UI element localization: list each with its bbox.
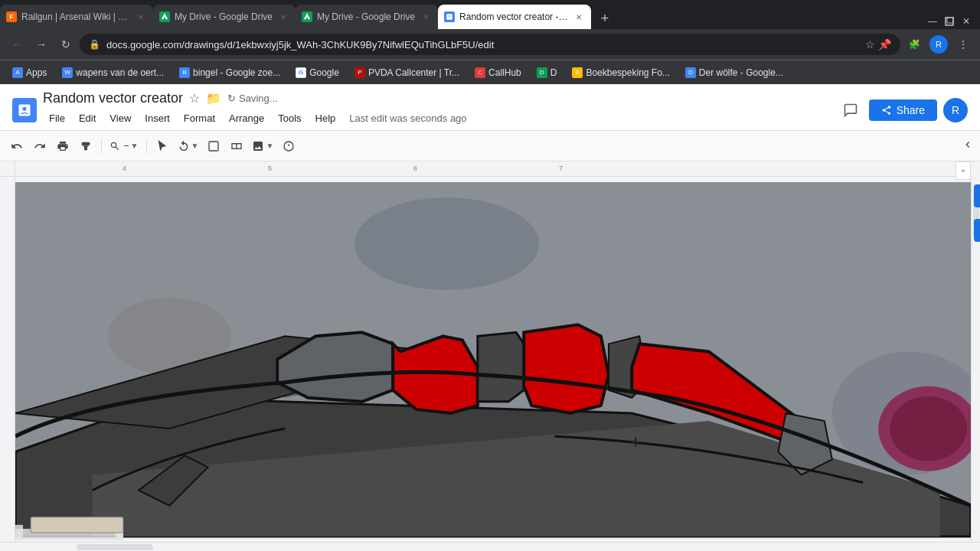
svg-rect-0 (446, 14, 452, 20)
rotate-chevron: ▼ (191, 142, 199, 150)
tab-favicon-gdrive1 (159, 11, 170, 22)
drawing-canvas[interactable]: + (15, 177, 971, 542)
header-actions: Share R (838, 98, 968, 122)
scrollbar-bottom[interactable] (0, 542, 980, 551)
folder-icon[interactable]: 📁 (206, 91, 221, 106)
tab-fandom[interactable]: F Railgun | Arsenal Wiki | Fandom ✕ (0, 5, 153, 29)
bookmark-google[interactable]: G Google (289, 66, 345, 80)
tab-favicon-drawings (444, 11, 455, 22)
tab-gdrive2[interactable]: My Drive - Google Drive ✕ (296, 5, 438, 29)
canvas-svg: + (15, 177, 971, 542)
ruler-top: 4 5 6 7 (15, 161, 971, 177)
tab-label-drawings: Random vector creator - Google ... (459, 11, 568, 22)
tab-gdrive1[interactable]: My Drive - Google Drive ✕ (153, 5, 296, 29)
ruler-mark-5: 5 (268, 165, 272, 172)
bingel-favicon: B (179, 67, 190, 78)
back-button[interactable]: ← (6, 34, 28, 55)
menu-insert[interactable]: Insert (139, 109, 176, 127)
svg-text:+: + (630, 431, 642, 452)
reload-button[interactable]: ↻ (55, 34, 77, 55)
maximize-button[interactable] (942, 14, 957, 29)
right-panel-tab-1[interactable] (974, 184, 980, 207)
svg-point-26 (890, 396, 967, 461)
settings-button[interactable]: ⋮ (952, 34, 974, 55)
save-icon[interactable]: 📌 (878, 38, 891, 51)
wapens-favicon: W (62, 67, 73, 78)
menu-edit[interactable]: Edit (73, 109, 102, 127)
collapse-panel-top-button[interactable] (956, 161, 971, 180)
svg-point-4 (23, 107, 27, 111)
comment-toolbar-button[interactable] (278, 135, 299, 157)
drawings-header: Random vector creator ☆ 📁 ↻ Saving... Fi… (0, 84, 980, 131)
apps-favicon: A (12, 67, 23, 78)
saving-text: Saving... (239, 93, 278, 104)
select-button[interactable] (152, 135, 173, 157)
image-dropdown[interactable]: ▼ (249, 139, 276, 154)
bookmarks-bar: A Apps W wapens van de oert... B bingel … (0, 60, 980, 84)
window-controls: — ✕ (925, 14, 980, 29)
d-label: D (550, 67, 557, 78)
comment-button[interactable] (838, 98, 863, 122)
user-avatar[interactable]: R (943, 98, 968, 122)
tab-close-drawings[interactable]: ✕ (573, 11, 585, 23)
star-icon[interactable]: ☆ (865, 38, 875, 51)
tab-favicon-gdrive2 (302, 11, 312, 22)
menu-file[interactable]: File (43, 109, 71, 127)
tab-label-fandom: Railgun | Arsenal Wiki | Fandom (21, 11, 130, 22)
tab-bar: F Railgun | Arsenal Wiki | Fandom ✕ My D… (0, 0, 980, 29)
menu-tools[interactable]: Tools (272, 109, 307, 127)
menu-view[interactable]: View (103, 109, 137, 127)
shape-button[interactable] (203, 135, 224, 157)
google-label: Google (309, 67, 339, 78)
address-text: docs.google.com/drawings/d/1ekbwxiyj5jk_… (106, 39, 859, 51)
menu-format[interactable]: Format (178, 109, 221, 127)
zoom-value: − (123, 140, 129, 152)
minimize-button[interactable]: — (925, 14, 940, 29)
wolfe-label: Der wölfe - Google... (699, 67, 783, 78)
tab-close-gdrive1[interactable]: ✕ (277, 11, 289, 23)
rotate-dropdown[interactable]: ▼ (175, 139, 202, 154)
canvas-region: 4 5 6 7 (0, 161, 980, 551)
share-button[interactable]: Share (869, 99, 937, 121)
ruler-corner (0, 161, 15, 177)
wapens-label: wapens van de oert... (76, 67, 164, 78)
tab-drawings[interactable]: Random vector creator - Google ... ✕ (438, 5, 591, 29)
document-title[interactable]: Random vector creator (43, 90, 183, 106)
menu-arrange[interactable]: Arrange (223, 109, 270, 127)
bookmark-wolfe[interactable]: D Der wölfe - Google... (679, 66, 789, 80)
title-row: Random vector creator ☆ 📁 ↻ Saving... (43, 90, 832, 106)
collapse-panel-button[interactable] (962, 139, 974, 154)
text-box-button[interactable] (226, 135, 247, 157)
address-bar[interactable]: 🔒 docs.google.com/drawings/d/1ekbwxiyj5j… (80, 34, 900, 55)
bookmark-callhub[interactable]: C CallHub (469, 66, 528, 80)
undo-button[interactable] (6, 135, 28, 157)
refresh-icon: ↻ (227, 93, 236, 104)
bookmark-wapens[interactable]: W wapens van de oert... (56, 66, 170, 80)
star-title-icon[interactable]: ☆ (189, 91, 200, 106)
paint-format-button[interactable] (75, 135, 96, 157)
last-edit-text: Last edit was seconds ago (349, 112, 466, 124)
extensions-button[interactable]: 🧩 (903, 34, 925, 55)
scrollbar-thumb-bottom[interactable] (77, 544, 153, 550)
close-button[interactable]: ✕ (959, 14, 974, 29)
header-title-area: Random vector creator ☆ 📁 ↻ Saving... Fi… (43, 90, 832, 130)
tab-close-gdrive2[interactable]: ✕ (420, 11, 432, 23)
forward-button[interactable]: → (31, 34, 52, 55)
svg-marker-21 (524, 324, 609, 413)
bookmark-pvda[interactable]: P PVDA Callcenter | Tr... (348, 66, 466, 80)
profile-button[interactable]: R (928, 34, 949, 55)
redo-button[interactable] (29, 135, 51, 157)
print-button[interactable] (52, 135, 74, 157)
tab-close-fandom[interactable]: ✕ (135, 11, 147, 23)
right-panel-tab-2[interactable] (974, 219, 980, 242)
zoom-dropdown[interactable]: − ▼ (106, 139, 142, 153)
menu-help[interactable]: Help (309, 109, 342, 127)
bookmark-bingel[interactable]: B bingel - Google zoe... (173, 66, 286, 80)
bookmark-boek[interactable]: B Boekbespeking Fo... (566, 66, 675, 80)
bookmark-apps[interactable]: A Apps (6, 66, 53, 80)
callhub-label: CallHub (488, 67, 521, 78)
bookmark-d[interactable]: D D (531, 66, 564, 80)
new-tab-button[interactable]: + (594, 8, 616, 29)
svg-rect-31 (31, 517, 123, 533)
address-icons: ☆ 📌 (865, 38, 891, 51)
